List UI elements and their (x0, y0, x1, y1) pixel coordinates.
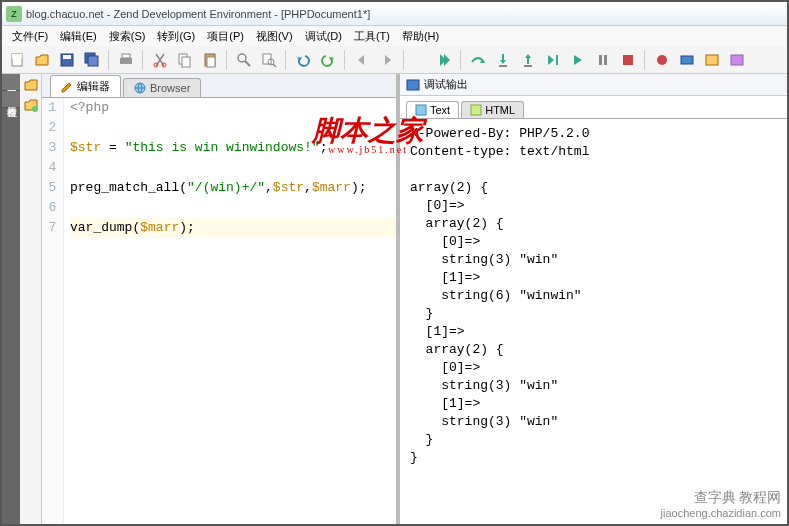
menu-help[interactable]: 帮助(H) (398, 27, 443, 46)
titlebar: Z blog.chacuo.net - Zend Development Env… (2, 2, 787, 26)
svg-rect-27 (706, 55, 718, 65)
editor-tab-code[interactable]: 编辑器 (50, 75, 121, 97)
window-title: blog.chacuo.net - Zend Development Envir… (26, 8, 370, 20)
menubar: 文件(F) 编辑(E) 搜索(S) 转到(G) 项目(P) 视图(V) 调试(D… (2, 26, 787, 46)
save-all-button[interactable] (81, 49, 103, 71)
svg-rect-23 (604, 55, 607, 65)
svg-rect-22 (599, 55, 602, 65)
side-icon-column (20, 74, 42, 524)
menu-search[interactable]: 搜索(S) (105, 27, 150, 46)
pencil-icon (61, 81, 73, 93)
output-tab-html[interactable]: HTML (461, 101, 524, 118)
folder-icon[interactable] (23, 78, 39, 94)
svg-rect-6 (120, 58, 132, 64)
save-button[interactable] (56, 49, 78, 71)
output-tabs: Text HTML (400, 96, 787, 118)
output-button[interactable] (701, 49, 723, 71)
svg-rect-5 (88, 56, 98, 66)
pause-button[interactable] (592, 49, 614, 71)
globe-icon (134, 82, 146, 94)
step-over-button[interactable] (467, 49, 489, 71)
svg-line-18 (273, 64, 276, 67)
output-text[interactable]: X-Powered-By: PHP/5.2.0 Content-type: te… (400, 118, 787, 524)
output-tab-text[interactable]: Text (406, 101, 459, 118)
copy-button[interactable] (174, 49, 196, 71)
editor-tab-label: 编辑器 (77, 79, 110, 94)
svg-rect-7 (122, 54, 130, 58)
paste-button[interactable] (199, 49, 221, 71)
svg-rect-20 (524, 65, 532, 67)
editor-panel: 编辑器 Browser 1234567 <?php $str = "this i… (42, 74, 400, 524)
menu-view[interactable]: 视图(V) (252, 27, 297, 46)
breakpoint-button[interactable] (651, 49, 673, 71)
svg-rect-33 (471, 105, 481, 115)
browser-tab-label: Browser (150, 82, 190, 94)
undo-button[interactable] (292, 49, 314, 71)
find-button[interactable] (233, 49, 255, 71)
folder-tree-icon[interactable] (23, 98, 39, 114)
app-icon: Z (6, 6, 22, 22)
svg-rect-3 (63, 55, 71, 59)
svg-rect-26 (681, 56, 693, 64)
toolbar (2, 46, 787, 74)
output-title: 调试输出 (424, 77, 468, 92)
output-panel: 调试输出 Text HTML X-Powered-By: PHP/5.2.0 C… (400, 74, 787, 524)
print-button[interactable] (115, 49, 137, 71)
step-into-button[interactable] (492, 49, 514, 71)
svg-rect-28 (731, 55, 743, 65)
continue-button[interactable] (567, 49, 589, 71)
menu-project[interactable]: 项目(P) (203, 27, 248, 46)
svg-rect-32 (416, 105, 426, 115)
menu-goto[interactable]: 转到(G) (153, 27, 199, 46)
settings-button[interactable] (726, 49, 748, 71)
open-button[interactable] (31, 49, 53, 71)
svg-rect-1 (12, 54, 22, 58)
run-start-button[interactable] (433, 49, 455, 71)
find-in-files-button[interactable] (258, 49, 280, 71)
code-lines[interactable]: <?php $str = "this is win winwindows!"; … (64, 98, 396, 524)
svg-point-29 (32, 106, 38, 112)
svg-rect-19 (499, 65, 507, 67)
output-header-icon (406, 78, 420, 92)
redo-button[interactable] (317, 49, 339, 71)
inspector-tab[interactable]: 检查器 (2, 91, 20, 108)
output-header: 调试输出 (400, 74, 787, 96)
step-out-button[interactable] (517, 49, 539, 71)
nav-back-button[interactable] (351, 49, 373, 71)
new-file-button[interactable] (6, 49, 28, 71)
text-icon (415, 104, 427, 116)
menu-tools[interactable]: 工具(T) (350, 27, 394, 46)
svg-point-25 (657, 55, 667, 65)
nav-forward-button[interactable] (376, 49, 398, 71)
run-to-cursor-button[interactable] (542, 49, 564, 71)
html-icon (470, 104, 482, 116)
code-area[interactable]: 1234567 <?php $str = "this is win winwin… (42, 98, 396, 524)
menu-debug[interactable]: 调试(D) (301, 27, 346, 46)
svg-rect-13 (207, 57, 215, 67)
vertical-tabs: 文件管理器 检查器 (2, 74, 20, 524)
svg-point-14 (238, 54, 246, 62)
editor-tabs: 编辑器 Browser (42, 74, 396, 98)
stop-button[interactable] (617, 49, 639, 71)
svg-rect-31 (407, 80, 419, 90)
bottom-watermark: 查字典 教程网 jiaocheng.chazidian.com (661, 490, 781, 520)
cut-button[interactable] (149, 49, 171, 71)
svg-rect-24 (623, 55, 633, 65)
menu-edit[interactable]: 编辑(E) (56, 27, 101, 46)
svg-line-15 (245, 61, 250, 66)
editor-tab-browser[interactable]: Browser (123, 78, 201, 97)
svg-rect-21 (556, 55, 558, 65)
line-gutter: 1234567 (42, 98, 64, 524)
file-manager-tab[interactable]: 文件管理器 (2, 74, 20, 91)
menu-file[interactable]: 文件(F) (8, 27, 52, 46)
svg-rect-11 (182, 57, 190, 67)
watch-button[interactable] (676, 49, 698, 71)
